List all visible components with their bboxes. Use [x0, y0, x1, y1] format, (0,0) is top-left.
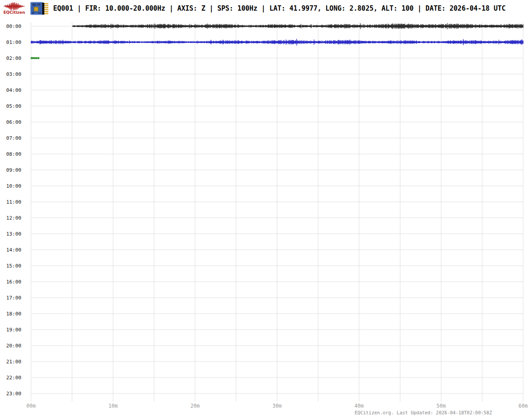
hour-label: 16:00 [6, 279, 21, 285]
hour-label: 14:00 [6, 247, 21, 253]
minute-label: 60m [519, 403, 528, 409]
hour-label: 20:00 [6, 343, 21, 349]
helicorder-chart: 00:0001:0002:0003:0004:0005:0006:0007:00… [0, 0, 532, 417]
hour-label: 21:00 [6, 359, 21, 365]
minute-label: 10m [109, 403, 118, 409]
hour-label: 02:00 [6, 55, 21, 61]
hour-label: 09:00 [6, 167, 21, 173]
footer-credit: EQCitizen.org. Last Updated: 2026-04-18T… [355, 410, 492, 415]
seismic-trace-00:00 [73, 23, 523, 29]
hour-label: 22:00 [6, 375, 21, 381]
helicorder-plot: 00:0001:0002:0003:0004:0005:0006:0007:00… [0, 0, 532, 417]
hour-label: 11:00 [6, 199, 21, 205]
hour-label: 15:00 [6, 263, 21, 269]
hour-label: 05:00 [6, 103, 21, 109]
helicorder-app: EQCitizen EQ001 | FIR: 10.000-20.000Hz |… [0, 0, 532, 417]
hour-label: 13:00 [6, 231, 21, 237]
minute-label: 50m [437, 403, 446, 409]
hour-label: 00:00 [6, 24, 21, 29]
hour-label: 12:00 [6, 215, 21, 221]
hour-label: 06:00 [6, 119, 21, 125]
seismic-trace-02:00 [31, 57, 39, 59]
minute-label: 20m [191, 403, 200, 409]
minute-label: 00m [27, 403, 36, 409]
minute-label: 30m [273, 403, 282, 409]
hour-label: 04:00 [6, 87, 21, 93]
hour-label: 03:00 [6, 71, 21, 77]
hour-label: 10:00 [6, 183, 21, 189]
hour-label: 17:00 [6, 295, 21, 301]
hour-label: 08:00 [6, 151, 21, 157]
hour-label: 23:00 [6, 391, 21, 397]
hour-label: 07:00 [6, 135, 21, 141]
hour-label: 01:00 [6, 39, 21, 45]
hour-label: 18:00 [6, 311, 21, 317]
minute-label: 40m [355, 403, 364, 409]
hour-label: 19:00 [6, 327, 21, 333]
